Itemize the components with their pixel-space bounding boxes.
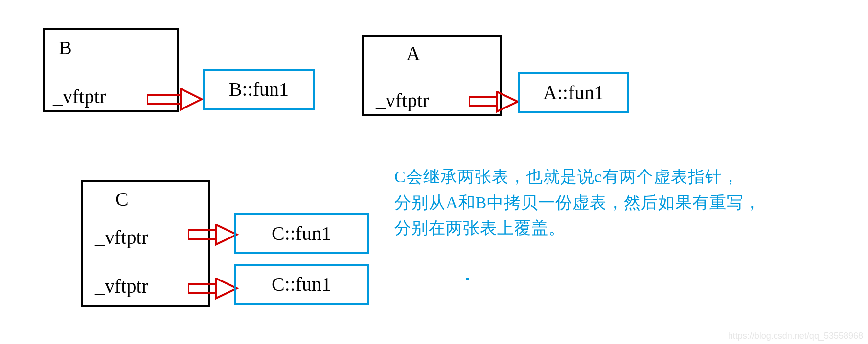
class-b-title: B [59,38,72,58]
svg-rect-0 [147,95,181,104]
dot-icon [466,278,469,280]
vtable-b-box: B::fun1 [203,69,315,110]
vtable-c2-box: C::fun1 [234,264,369,305]
vtable-b-entry: B::fun1 [229,80,289,99]
class-b-vftptr: _vftptr [53,87,106,107]
class-a-vftptr: _vftptr [376,91,429,110]
arrow-b-icon [147,88,206,112]
svg-rect-2 [469,97,497,106]
svg-marker-3 [497,92,518,111]
class-c-vftptr-2: _vftptr [95,277,148,296]
class-a-title: A [406,44,420,64]
class-c-title: C [115,190,129,209]
vtable-c2-entry: C::fun1 [272,275,331,294]
svg-rect-6 [188,284,216,293]
vtable-a-entry: A::fun1 [543,83,604,103]
vtable-c1-entry: C::fun1 [272,224,331,243]
explanation-text: C会继承两张表，也就是说c有两个虚表指针， 分别从A和B中拷贝一份虚表，然后如果… [394,164,761,241]
svg-marker-1 [181,89,202,109]
explanation-line-1: C会继承两张表，也就是说c有两个虚表指针， [394,164,761,190]
watermark-text: https://blog.csdn.net/qq_53558968 [728,331,863,341]
explanation-line-3: 分别在两张表上覆盖。 [394,215,761,241]
class-c-vftptr-1: _vftptr [95,228,148,247]
vtable-c1-box: C::fun1 [234,213,369,254]
explanation-line-2: 分别从A和B中拷贝一份虚表，然后如果有重写， [394,190,761,216]
arrow-a-icon [469,91,523,114]
vtable-a-box: A::fun1 [518,72,629,113]
svg-rect-4 [188,230,216,239]
